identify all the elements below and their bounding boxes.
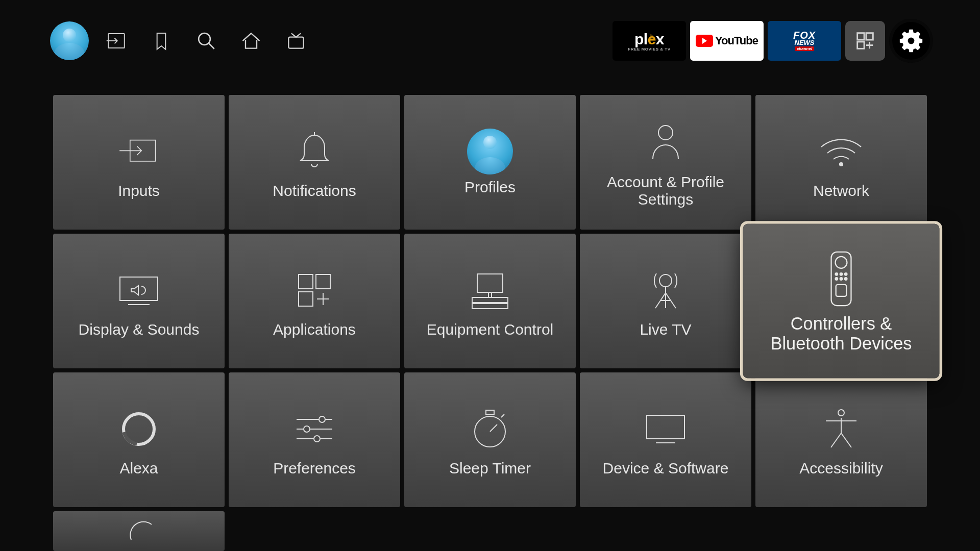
input-icon — [117, 125, 161, 178]
plex-logo: plex — [634, 31, 664, 48]
svg-point-28 — [659, 274, 672, 287]
timer-icon — [471, 403, 509, 456]
svg-rect-23 — [477, 274, 503, 292]
sliders-icon — [292, 403, 336, 456]
tile-alexa[interactable]: Alexa — [53, 372, 225, 507]
tile-display-sounds[interactable]: Display & Sounds — [53, 234, 225, 368]
svg-line-50 — [501, 414, 504, 417]
svg-rect-6 — [866, 33, 873, 40]
svg-point-44 — [304, 426, 310, 432]
tile-live-tv[interactable]: Live TV — [580, 234, 751, 368]
partial-icon — [121, 517, 157, 543]
tile-inputs[interactable]: Inputs — [53, 95, 225, 230]
svg-line-3 — [209, 43, 214, 49]
tile-label: Equipment Control — [427, 321, 553, 339]
avatar-icon — [467, 129, 513, 174]
bookmarks-button[interactable] — [139, 18, 184, 63]
svg-point-53 — [838, 410, 844, 416]
bookmark-icon — [151, 31, 172, 51]
svg-rect-51 — [647, 415, 684, 439]
svg-point-42 — [319, 416, 325, 422]
tile-device-software[interactable]: Device & Software — [580, 372, 751, 507]
svg-point-38 — [845, 278, 847, 280]
tile-label: Notifications — [273, 182, 356, 200]
tile-label: Profiles — [464, 179, 516, 196]
svg-rect-27 — [472, 304, 508, 309]
fox-logo-line2: NEWS — [795, 40, 815, 46]
svg-point-35 — [845, 272, 847, 275]
home-button[interactable] — [229, 18, 274, 63]
live-button[interactable] — [274, 18, 318, 63]
apps-add-icon — [295, 264, 334, 317]
profile-button[interactable] — [47, 18, 92, 63]
tile-label: Account & Profile Settings — [590, 173, 741, 209]
alexa-icon — [119, 403, 158, 456]
home-icon — [240, 30, 262, 52]
settings-grid: Inputs Notifications Profiles Account & … — [53, 95, 929, 551]
svg-rect-49 — [486, 410, 494, 414]
livetv-icon — [285, 30, 307, 52]
tile-label: Live TV — [640, 321, 691, 339]
tile-preferences[interactable]: Preferences — [229, 372, 400, 507]
svg-rect-20 — [299, 292, 313, 306]
tile-label: Alexa — [119, 460, 158, 478]
svg-point-36 — [836, 278, 838, 280]
bell-icon — [294, 125, 335, 178]
tile-controllers-bluetooth[interactable]: Controllers & Bluetooth Devices — [743, 224, 940, 378]
svg-point-14 — [658, 126, 673, 140]
tile-applications[interactable]: Applications — [229, 234, 400, 368]
tile-equipment-control[interactable]: Equipment Control — [404, 234, 576, 368]
tile-profiles[interactable]: Profiles — [404, 95, 576, 230]
youtube-logo: YouTube — [696, 34, 758, 47]
svg-point-33 — [836, 272, 838, 275]
svg-point-32 — [836, 256, 847, 268]
tile-partial[interactable] — [53, 511, 225, 551]
tile-sleep-timer[interactable]: Sleep Timer — [404, 372, 576, 507]
tile-accessibility[interactable]: Accessibility — [755, 372, 927, 507]
tile-account-profile-settings[interactable]: Account & Profile Settings — [580, 95, 751, 230]
fox-logo-line3: channel — [795, 46, 814, 51]
svg-rect-19 — [316, 274, 330, 289]
svg-rect-5 — [857, 33, 864, 40]
gear-icon — [897, 27, 925, 55]
person-icon — [648, 116, 683, 169]
app-foxnews[interactable]: FOX NEWS channel — [768, 21, 841, 61]
fox-logo-line1: FOX — [793, 31, 816, 40]
search-button[interactable] — [184, 18, 229, 63]
equipment-icon — [467, 264, 513, 317]
app-youtube[interactable]: YouTube — [690, 21, 764, 61]
tile-label: Controllers & Bluetooth Devices — [755, 314, 928, 354]
apps-grid-button[interactable] — [845, 21, 885, 61]
svg-point-2 — [199, 33, 210, 45]
tv-sound-icon — [116, 264, 162, 317]
inputs-button[interactable] — [94, 18, 139, 63]
remote-icon — [828, 248, 855, 309]
svg-line-48 — [490, 424, 497, 432]
tile-label: Accessibility — [799, 460, 883, 478]
apps-add-icon — [853, 29, 877, 53]
svg-point-46 — [314, 436, 320, 442]
accessibility-icon — [822, 403, 861, 456]
tile-network[interactable]: Network — [755, 95, 927, 230]
tile-label: Device & Software — [603, 460, 729, 478]
tile-label: Sleep Timer — [449, 460, 531, 478]
tile-notifications[interactable]: Notifications — [229, 95, 400, 230]
svg-rect-7 — [857, 42, 864, 48]
svg-rect-39 — [836, 284, 847, 296]
svg-rect-26 — [472, 297, 508, 303]
input-icon — [106, 30, 127, 52]
tv-icon — [643, 403, 689, 456]
settings-button[interactable] — [889, 19, 933, 63]
svg-line-56 — [831, 433, 841, 447]
top-navbar: plex FREE MOVIES & TV YouTube FOX NEWS c… — [41, 14, 939, 67]
svg-point-34 — [840, 272, 843, 275]
tile-label: Display & Sounds — [79, 321, 200, 339]
tile-label: Applications — [273, 321, 356, 339]
svg-point-10 — [908, 38, 915, 44]
search-icon — [195, 30, 217, 52]
tile-label: Inputs — [118, 182, 160, 200]
tile-label: Network — [813, 182, 869, 200]
avatar-icon — [50, 21, 89, 60]
svg-rect-4 — [288, 37, 303, 48]
app-plex[interactable]: plex FREE MOVIES & TV — [612, 21, 686, 61]
